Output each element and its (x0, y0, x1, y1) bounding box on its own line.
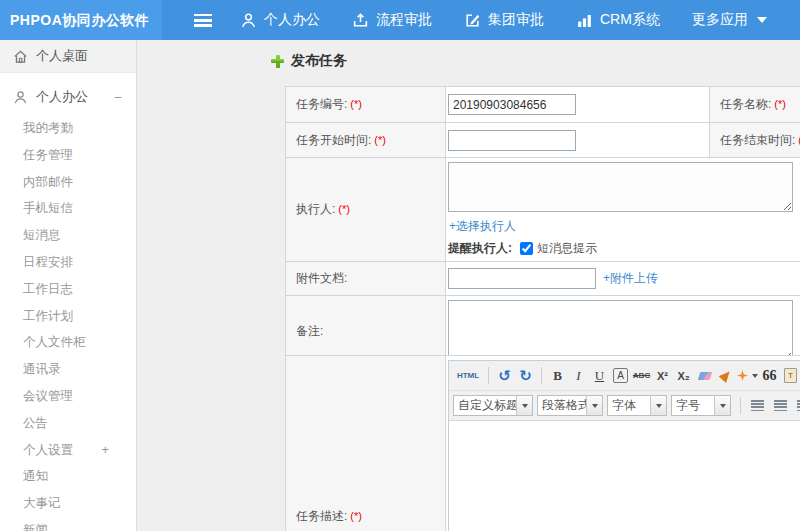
sidebar-item[interactable]: 短消息 (0, 222, 136, 249)
executor-textarea[interactable] (448, 162, 793, 212)
source-code-button[interactable]: HTML (454, 365, 482, 386)
app-logo: PHPOA协同办公软件 (0, 0, 162, 40)
nav-label: 流程审批 (376, 11, 432, 29)
sidebar-item-label: 个人桌面 (36, 47, 88, 65)
align-right-button[interactable] (793, 395, 800, 416)
editor-toolbar-row1: HTML↺↻BIUAABCX²X₂66A (449, 361, 800, 391)
caret-down-icon[interactable] (650, 396, 666, 415)
sidebar-item[interactable]: 任务管理 (0, 142, 136, 169)
sidebar-item-label: 手机短信 (23, 201, 73, 215)
heading-style-select[interactable]: 自定义标题 (453, 395, 533, 416)
undo-button[interactable]: ↺ (495, 365, 514, 386)
remark-textarea[interactable] (448, 300, 793, 362)
end-time-label: 任务结束时间:(*) (710, 123, 800, 158)
sidebar-item[interactable]: 大事记 (0, 490, 136, 517)
caret-down-icon (757, 17, 767, 23)
remind-executor-label: 提醒执行人: (448, 240, 512, 257)
add-icon (271, 55, 284, 68)
chart-icon (576, 12, 593, 29)
main-content: 发布任务 任务编号:(*) 任务名称:(*) 任务开始时间:(*) (138, 40, 800, 531)
start-time-input[interactable] (448, 130, 576, 151)
caret-down-icon[interactable] (586, 396, 602, 415)
sidebar-item-label: 通讯录 (23, 362, 61, 376)
nav-label: CRM系统 (600, 11, 660, 29)
sidebar-submenu: 我的考勤任务管理内部邮件手机短信短消息日程安排工作日志工作计划个人文件柜通讯录会… (0, 115, 136, 531)
sidebar-item[interactable]: 公告 (0, 410, 136, 437)
nav-personal-office[interactable]: 个人办公 (240, 11, 320, 29)
blockquote-button[interactable]: 66 (760, 365, 779, 386)
sidebar-group-personal-office[interactable]: 个人办公 − (0, 81, 136, 113)
sidebar-item-label: 通知 (23, 469, 48, 483)
paste-plain-button[interactable] (781, 365, 800, 386)
subscript-button[interactable]: X₂ (674, 365, 693, 386)
home-icon (13, 49, 28, 64)
select-value: 段落格式 (538, 397, 586, 414)
attachment-input[interactable] (448, 268, 596, 289)
attachment-upload-link[interactable]: +附件上传 (603, 270, 658, 287)
caret-down-icon[interactable] (516, 396, 532, 415)
caret-down-icon (752, 374, 758, 378)
expand-icon[interactable]: + (101, 437, 109, 464)
sidebar-item[interactable]: 手机短信 (0, 195, 136, 222)
editor-toolbar-row2: 自定义标题段落格式字体字号 (449, 391, 800, 421)
app-window: PHPOA协同办公软件 个人办公流程审批集团审批CRM系统更多应用 个人桌面 个… (0, 0, 800, 531)
user-icon (240, 12, 257, 29)
sidebar-item-desktop[interactable]: 个人桌面 (0, 40, 136, 73)
font-style-box-button[interactable]: A (613, 368, 628, 383)
topbar: PHPOA协同办公软件 个人办公流程审批集团审批CRM系统更多应用 (0, 0, 800, 40)
sidebar-item[interactable]: 通知 (0, 463, 136, 490)
select-value: 自定义标题 (454, 397, 516, 414)
sidebar-item[interactable]: 新闻 (0, 517, 136, 531)
sidebar-item[interactable]: 工作日志 (0, 276, 136, 303)
superscript-button[interactable]: X² (653, 365, 672, 386)
task-no-label: 任务编号:(*) (286, 87, 446, 123)
topbar-nav: 个人办公流程审批集团审批CRM系统更多应用 (240, 11, 799, 29)
nav-more-apps[interactable]: 更多应用 (692, 11, 767, 29)
user-icon (13, 90, 28, 105)
nav-group-approval[interactable]: 集团审批 (464, 11, 544, 29)
sidebar-item-label: 任务管理 (23, 148, 73, 162)
sidebar-item-label: 公告 (23, 416, 48, 430)
sms-remind-checkbox[interactable] (520, 242, 533, 255)
sidebar-item[interactable]: 日程安排 (0, 249, 136, 276)
redo-button[interactable]: ↻ (516, 365, 535, 386)
strikethrough-button[interactable]: ABC (632, 365, 651, 386)
toolbar-separator (488, 367, 489, 384)
underline-button[interactable]: U (590, 365, 609, 386)
sidebar-item[interactable]: 我的考勤 (0, 115, 136, 142)
nav-label: 个人办公 (264, 11, 320, 29)
task-no-input[interactable] (448, 94, 576, 115)
italic-button[interactable]: I (569, 365, 588, 386)
sidebar-item[interactable]: 通讯录 (0, 356, 136, 383)
sidebar-item[interactable]: 内部邮件 (0, 169, 136, 196)
sidebar-item-label: 个人文件柜 (23, 335, 86, 349)
nav-crm-system[interactable]: CRM系统 (576, 11, 660, 29)
sidebar-item[interactable]: 个人文件柜 (0, 329, 136, 356)
sidebar-group-label: 个人办公 (36, 88, 88, 106)
task-name-label: 任务名称:(*) (710, 87, 800, 123)
remove-format-button[interactable] (695, 365, 714, 386)
font-size-select[interactable]: 字号 (671, 395, 731, 416)
editor-content-area[interactable] (449, 421, 800, 531)
page-title-text: 发布任务 (291, 52, 347, 70)
sidebar-item[interactable]: 个人设置+ (0, 437, 136, 464)
font-family-select[interactable]: 字体 (607, 395, 667, 416)
choose-executor-link[interactable]: +选择执行人 (449, 218, 516, 235)
caret-down-icon[interactable] (714, 396, 730, 415)
sidebar-item-label: 内部邮件 (23, 175, 73, 189)
sidebar-item[interactable]: 工作计划 (0, 303, 136, 330)
start-time-label: 任务开始时间:(*) (286, 123, 446, 158)
align-center-button[interactable] (770, 395, 791, 416)
edit-icon (464, 12, 481, 29)
quick-format-button[interactable] (737, 365, 758, 386)
sidebar-item[interactable]: 会议管理 (0, 383, 136, 410)
task-desc-table: 任务描述:(*) HTML↺↻BIUAABCX²X₂66A 自定义标题段落格式字… (285, 355, 800, 531)
align-left-button[interactable] (747, 395, 768, 416)
nav-workflow-approval[interactable]: 流程审批 (352, 11, 432, 29)
paragraph-format-select[interactable]: 段落格式 (537, 395, 603, 416)
format-brush-button[interactable] (716, 365, 735, 386)
menu-toggle-icon[interactable] (194, 14, 212, 27)
bold-button[interactable]: B (548, 365, 567, 386)
collapse-icon[interactable]: − (114, 89, 122, 105)
page-title: 发布任务 (271, 52, 347, 70)
